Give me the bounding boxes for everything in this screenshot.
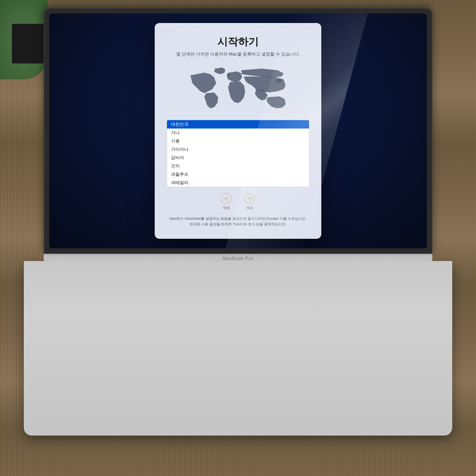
forward-icon[interactable]: → (244, 193, 255, 204)
back-button[interactable]: ← 뒤로 (221, 193, 232, 211)
forward-label: 계속 (246, 205, 253, 211)
country-item-korea[interactable]: 대한민국 (167, 120, 309, 129)
country-item-guernsey[interactable]: 건지 (167, 162, 309, 170)
country-list[interactable]: 대한민국 가나 가봉 가이아나 감비아 건지 과들루프 과테말라 (167, 120, 309, 187)
country-item-guadeloupe[interactable]: 과들루프 (167, 170, 309, 178)
country-item-gambia[interactable]: 감비아 (167, 154, 309, 162)
country-item-gabon[interactable]: 가봉 (167, 137, 309, 145)
nav-buttons: ← 뒤로 → 계속 (167, 193, 309, 211)
back-label: 뒤로 (223, 205, 230, 211)
dialog-title: 시작하기 (167, 35, 309, 49)
macbook-laptop: 시작하기 몇 단계만 거치면 사용자의 Mac을 등록하고 설정할 수 있습니다… (24, 8, 452, 444)
country-item-ghana[interactable]: 가나 (167, 129, 309, 137)
back-icon[interactable]: ← (221, 193, 232, 204)
dialog-subtitle: 몇 단계만 거치면 사용자의 Mac을 등록하고 설정할 수 있습니다. (167, 51, 309, 57)
setup-dialog: 시작하기 몇 단계만 거치면 사용자의 Mac을 등록하고 설정할 수 있습니다… (155, 23, 321, 239)
screen-content: 시작하기 몇 단계만 거치면 사용자의 Mac을 등록하고 설정할 수 있습니다… (49, 13, 427, 248)
screen-bezel: 시작하기 몇 단계만 거치면 사용자의 Mac을 등록하고 설정할 수 있습니다… (44, 8, 432, 254)
world-map-container (167, 63, 309, 115)
forward-button[interactable]: → 계속 (244, 193, 255, 211)
keyboard-base: esc ☀ ☀ ⊞ ⊡ 🔇 🔉 🔊 ~` ㅂ !1 (24, 261, 452, 436)
country-item-guatemala[interactable]: 과테말라 (167, 178, 309, 187)
macbook-model-label: MacBook Pro (223, 256, 253, 261)
footer-voiceover: Mac에서 VoiceOver를 설정하는 방법을 음성으로 들으시려면 Esc… (167, 216, 309, 227)
country-item-guyana[interactable]: 가이아나 (167, 145, 309, 154)
screen-display: 시작하기 몇 단계만 거치면 사용자의 Mac을 등록하고 설정할 수 있습니다… (49, 13, 427, 248)
world-map-svg (182, 65, 294, 113)
